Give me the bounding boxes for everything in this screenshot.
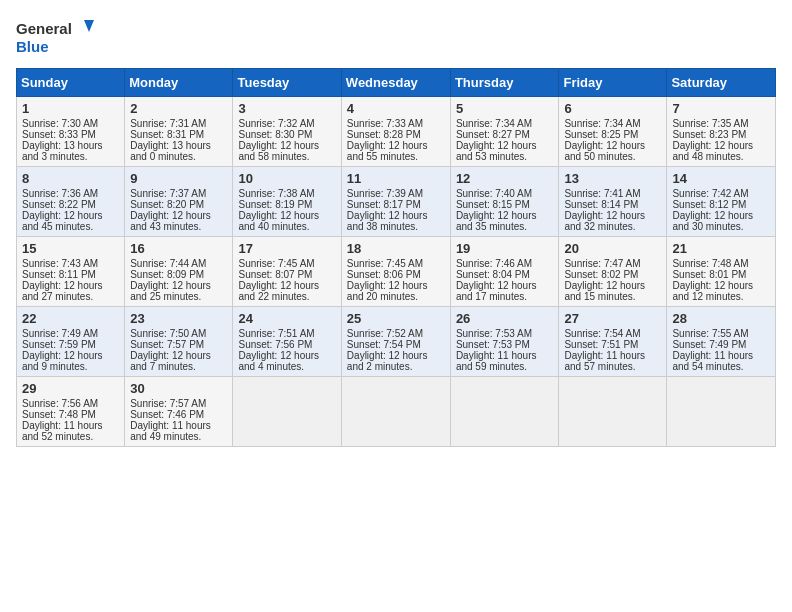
day-number: 1 (22, 101, 119, 116)
calendar-cell: 13Sunrise: 7:41 AMSunset: 8:14 PMDayligh… (559, 167, 667, 237)
day-info: Sunrise: 7:47 AM (564, 258, 661, 269)
day-info: Sunrise: 7:33 AM (347, 118, 445, 129)
day-info: Sunrise: 7:37 AM (130, 188, 227, 199)
calendar-cell: 10Sunrise: 7:38 AMSunset: 8:19 PMDayligh… (233, 167, 341, 237)
day-info: Sunrise: 7:51 AM (238, 328, 335, 339)
day-number: 7 (672, 101, 770, 116)
day-info: Daylight: 11 hours (672, 350, 770, 361)
day-info: Sunset: 7:53 PM (456, 339, 554, 350)
day-info: and 3 minutes. (22, 151, 119, 162)
day-number: 2 (130, 101, 227, 116)
day-info: Sunrise: 7:35 AM (672, 118, 770, 129)
day-info: Daylight: 12 hours (22, 350, 119, 361)
calendar-header-row: SundayMondayTuesdayWednesdayThursdayFrid… (17, 69, 776, 97)
day-info: Sunset: 7:57 PM (130, 339, 227, 350)
day-info: Sunset: 8:06 PM (347, 269, 445, 280)
day-info: Sunset: 8:31 PM (130, 129, 227, 140)
day-info: Daylight: 12 hours (564, 280, 661, 291)
day-info: Sunset: 8:23 PM (672, 129, 770, 140)
day-info: and 20 minutes. (347, 291, 445, 302)
calendar-cell: 16Sunrise: 7:44 AMSunset: 8:09 PMDayligh… (125, 237, 233, 307)
calendar-cell: 29Sunrise: 7:56 AMSunset: 7:48 PMDayligh… (17, 377, 125, 447)
day-info: and 49 minutes. (130, 431, 227, 442)
day-info: Sunset: 8:02 PM (564, 269, 661, 280)
day-info: and 15 minutes. (564, 291, 661, 302)
calendar-cell: 27Sunrise: 7:54 AMSunset: 7:51 PMDayligh… (559, 307, 667, 377)
calendar-cell: 5Sunrise: 7:34 AMSunset: 8:27 PMDaylight… (450, 97, 559, 167)
day-info: Daylight: 12 hours (238, 210, 335, 221)
day-info: and 38 minutes. (347, 221, 445, 232)
day-info: and 4 minutes. (238, 361, 335, 372)
header-wednesday: Wednesday (341, 69, 450, 97)
calendar-cell (559, 377, 667, 447)
day-number: 30 (130, 381, 227, 396)
day-info: Daylight: 12 hours (238, 140, 335, 151)
day-info: Daylight: 12 hours (130, 280, 227, 291)
day-number: 29 (22, 381, 119, 396)
day-number: 24 (238, 311, 335, 326)
calendar-cell: 28Sunrise: 7:55 AMSunset: 7:49 PMDayligh… (667, 307, 776, 377)
header-thursday: Thursday (450, 69, 559, 97)
day-info: and 0 minutes. (130, 151, 227, 162)
day-info: Sunset: 8:30 PM (238, 129, 335, 140)
day-info: Daylight: 12 hours (456, 140, 554, 151)
day-info: Daylight: 12 hours (347, 140, 445, 151)
day-info: Daylight: 12 hours (130, 210, 227, 221)
day-info: Sunset: 7:48 PM (22, 409, 119, 420)
day-info: Sunrise: 7:39 AM (347, 188, 445, 199)
day-info: and 59 minutes. (456, 361, 554, 372)
calendar-cell: 26Sunrise: 7:53 AMSunset: 7:53 PMDayligh… (450, 307, 559, 377)
day-info: Daylight: 12 hours (130, 350, 227, 361)
calendar-cell: 20Sunrise: 7:47 AMSunset: 8:02 PMDayligh… (559, 237, 667, 307)
day-info: Sunrise: 7:52 AM (347, 328, 445, 339)
day-number: 4 (347, 101, 445, 116)
day-info: Daylight: 12 hours (564, 210, 661, 221)
day-info: Sunrise: 7:46 AM (456, 258, 554, 269)
day-number: 22 (22, 311, 119, 326)
day-info: and 43 minutes. (130, 221, 227, 232)
calendar-table: SundayMondayTuesdayWednesdayThursdayFrid… (16, 68, 776, 447)
day-info: Sunrise: 7:43 AM (22, 258, 119, 269)
day-info: Daylight: 12 hours (672, 280, 770, 291)
day-info: Sunset: 8:22 PM (22, 199, 119, 210)
header-sunday: Sunday (17, 69, 125, 97)
day-info: Daylight: 13 hours (22, 140, 119, 151)
calendar-cell: 30Sunrise: 7:57 AMSunset: 7:46 PMDayligh… (125, 377, 233, 447)
day-number: 20 (564, 241, 661, 256)
day-info: and 22 minutes. (238, 291, 335, 302)
day-info: Sunset: 8:01 PM (672, 269, 770, 280)
day-info: and 2 minutes. (347, 361, 445, 372)
day-info: Sunrise: 7:34 AM (456, 118, 554, 129)
day-info: Sunset: 7:46 PM (130, 409, 227, 420)
calendar-cell: 21Sunrise: 7:48 AMSunset: 8:01 PMDayligh… (667, 237, 776, 307)
day-info: Daylight: 12 hours (347, 280, 445, 291)
day-info: Sunset: 8:11 PM (22, 269, 119, 280)
day-number: 9 (130, 171, 227, 186)
calendar-week-5: 29Sunrise: 7:56 AMSunset: 7:48 PMDayligh… (17, 377, 776, 447)
calendar-cell: 12Sunrise: 7:40 AMSunset: 8:15 PMDayligh… (450, 167, 559, 237)
day-info: Sunrise: 7:38 AM (238, 188, 335, 199)
calendar-cell: 2Sunrise: 7:31 AMSunset: 8:31 PMDaylight… (125, 97, 233, 167)
day-number: 16 (130, 241, 227, 256)
calendar-cell: 8Sunrise: 7:36 AMSunset: 8:22 PMDaylight… (17, 167, 125, 237)
day-info: and 48 minutes. (672, 151, 770, 162)
calendar-cell: 1Sunrise: 7:30 AMSunset: 8:33 PMDaylight… (17, 97, 125, 167)
day-number: 26 (456, 311, 554, 326)
day-info: Sunset: 8:17 PM (347, 199, 445, 210)
calendar-week-3: 15Sunrise: 7:43 AMSunset: 8:11 PMDayligh… (17, 237, 776, 307)
day-number: 12 (456, 171, 554, 186)
day-info: Sunset: 8:28 PM (347, 129, 445, 140)
day-info: Sunset: 8:25 PM (564, 129, 661, 140)
day-info: and 53 minutes. (456, 151, 554, 162)
day-number: 11 (347, 171, 445, 186)
day-info: Sunrise: 7:45 AM (238, 258, 335, 269)
day-info: Sunset: 8:19 PM (238, 199, 335, 210)
calendar-week-1: 1Sunrise: 7:30 AMSunset: 8:33 PMDaylight… (17, 97, 776, 167)
day-number: 15 (22, 241, 119, 256)
day-info: Sunset: 8:20 PM (130, 199, 227, 210)
day-number: 21 (672, 241, 770, 256)
calendar-cell (450, 377, 559, 447)
day-number: 19 (456, 241, 554, 256)
day-number: 8 (22, 171, 119, 186)
calendar-cell: 18Sunrise: 7:45 AMSunset: 8:06 PMDayligh… (341, 237, 450, 307)
